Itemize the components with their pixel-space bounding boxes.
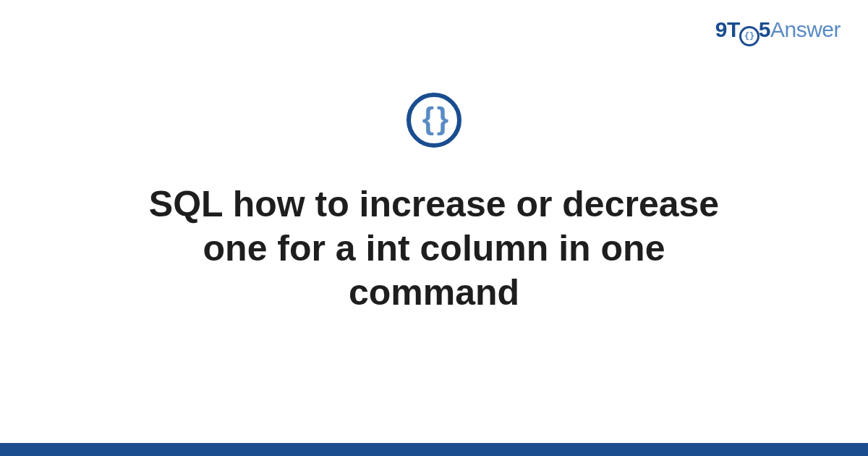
category-badge: { } <box>407 93 461 148</box>
logo-part-5: 5 <box>759 17 770 41</box>
logo-part-9: 9 <box>715 17 727 41</box>
site-logo: 9T{}5Answer <box>715 17 841 46</box>
logo-part-answer: Answer <box>770 17 841 41</box>
question-title: SQL how to increase or decrease one for … <box>87 182 781 315</box>
logo-part-t: T <box>727 17 740 41</box>
logo-clock-inner: {} <box>744 31 754 41</box>
footer-accent-bar <box>0 443 868 456</box>
main-content: { } SQL how to increase or decrease one … <box>0 93 868 315</box>
logo-clock-icon: {} <box>739 26 760 46</box>
code-braces-icon: { } <box>422 104 446 134</box>
